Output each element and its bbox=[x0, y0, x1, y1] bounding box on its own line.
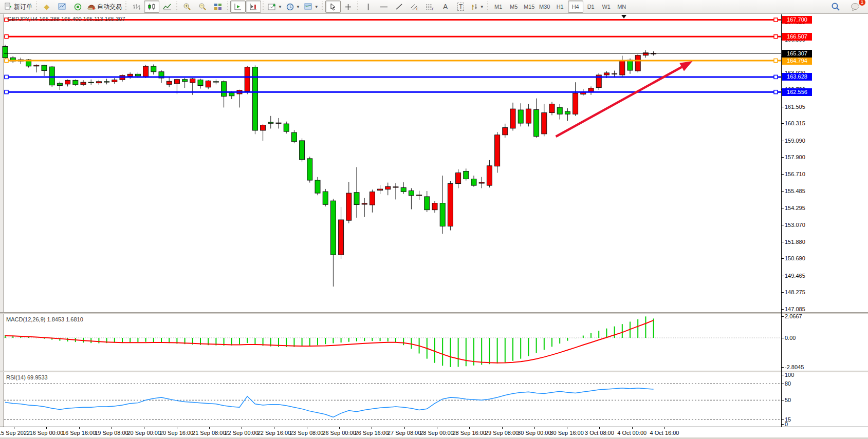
hline-button[interactable] bbox=[376, 1, 392, 13]
arrows-button[interactable]: ▼ bbox=[469, 1, 486, 13]
tf-w1-button[interactable]: W1 bbox=[599, 1, 614, 13]
tile-windows-button[interactable] bbox=[210, 1, 226, 13]
price-tick-label[interactable]: 157.900 bbox=[785, 154, 805, 160]
candle-body bbox=[143, 66, 149, 77]
tf-h1-button[interactable]: H1 bbox=[552, 1, 568, 13]
tf-mn-button[interactable]: MN bbox=[614, 1, 630, 13]
macd-axis-label[interactable]: -2.8045 bbox=[785, 364, 804, 370]
price-tick-label[interactable]: 161.505 bbox=[785, 104, 805, 110]
signals-button[interactable] bbox=[70, 1, 85, 13]
tf-m30-button[interactable]: M30 bbox=[537, 1, 552, 13]
line-chart-button[interactable] bbox=[159, 1, 175, 13]
time-tick-mark bbox=[502, 427, 503, 429]
line-handle[interactable] bbox=[5, 59, 8, 63]
line-handle[interactable] bbox=[774, 90, 778, 94]
price-tick-label[interactable]: 160.315 bbox=[785, 120, 805, 126]
text-button[interactable]: A bbox=[438, 1, 453, 13]
indicators-button[interactable]: ▼ bbox=[266, 1, 284, 13]
time-tick-label[interactable]: 20 Sep 00:00 bbox=[127, 430, 160, 436]
time-tick-label[interactable]: 20 Sep 16:00 bbox=[160, 430, 193, 436]
price-tick-label[interactable]: 159.090 bbox=[785, 138, 805, 144]
time-tick-label[interactable]: 30 Sep 00:00 bbox=[518, 430, 551, 436]
autotrade-button[interactable]: 自动交易 bbox=[85, 1, 124, 13]
time-tick-label[interactable]: 4 Oct 00:00 bbox=[617, 430, 647, 436]
cursor-button[interactable] bbox=[325, 1, 341, 13]
template-icon bbox=[304, 3, 312, 10]
chart-shift-marker-icon[interactable] bbox=[621, 15, 626, 18]
candlestick-button[interactable] bbox=[144, 1, 159, 13]
quotes-button[interactable]: ◆ bbox=[39, 1, 54, 13]
chevron-down-icon[interactable]: ▼ bbox=[480, 5, 484, 9]
chevron-down-icon[interactable]: ▼ bbox=[278, 5, 282, 9]
rsi-axis-label[interactable]: 100 bbox=[785, 372, 794, 378]
time-tick-label[interactable]: 16 Sep 16:00 bbox=[62, 430, 96, 436]
time-tick-label[interactable]: 28 Sep 16:00 bbox=[452, 430, 486, 436]
vline-button[interactable] bbox=[361, 1, 376, 13]
macd-axis-label[interactable]: 0.00 bbox=[785, 335, 796, 341]
chart-shift-button[interactable] bbox=[246, 1, 261, 13]
price-tick-label[interactable]: 156.710 bbox=[785, 171, 805, 177]
price-tick-label[interactable]: 151.880 bbox=[785, 239, 805, 245]
chevron-down-icon[interactable]: ▼ bbox=[315, 5, 319, 9]
crosshair-button[interactable] bbox=[341, 1, 356, 13]
time-tick-label[interactable]: 23 Sep 08:00 bbox=[290, 430, 323, 436]
candle-body bbox=[245, 67, 250, 91]
time-tick-label[interactable]: 3 Oct 08:00 bbox=[585, 430, 614, 436]
zoom-in-button[interactable] bbox=[179, 1, 195, 13]
line-handle[interactable] bbox=[5, 75, 8, 79]
time-tick-label[interactable]: 28 Sep 00:00 bbox=[420, 430, 453, 436]
time-tick-label[interactable]: 16 Sep 00:00 bbox=[30, 430, 63, 436]
time-tick-label[interactable]: 27 Sep 08:00 bbox=[387, 430, 421, 436]
time-tick-label[interactable]: 15 Sep 2022 bbox=[0, 430, 30, 436]
macd-axis-label[interactable]: 2.0667 bbox=[785, 313, 802, 319]
chevron-down-icon[interactable]: ▼ bbox=[296, 5, 300, 9]
new-order-button[interactable]: 新订单 bbox=[2, 1, 34, 13]
rsi-axis-label[interactable]: 0 bbox=[785, 421, 788, 427]
time-tick-label[interactable]: 29 Sep 08:00 bbox=[485, 430, 519, 436]
line-handle[interactable] bbox=[5, 90, 8, 94]
price-tick-label[interactable]: 150.690 bbox=[785, 255, 805, 261]
line-handle[interactable] bbox=[774, 35, 778, 39]
price-tick-label[interactable]: 155.485 bbox=[785, 188, 805, 194]
price-tick-label[interactable]: 154.295 bbox=[785, 205, 805, 211]
time-tick-label[interactable]: 4 Oct 16:00 bbox=[650, 430, 679, 436]
price-tick-label[interactable]: 147.085 bbox=[785, 306, 805, 312]
chat-button[interactable]: 1 bbox=[847, 1, 863, 13]
templates-button[interactable]: ▼ bbox=[302, 1, 321, 13]
time-tick-label[interactable]: 22 Sep 16:00 bbox=[257, 430, 291, 436]
candle-body bbox=[557, 107, 562, 114]
rsi-axis-label[interactable]: 80 bbox=[785, 380, 791, 387]
rsi-axis-label[interactable]: 50 bbox=[785, 397, 791, 403]
tf-m5-button[interactable]: M5 bbox=[506, 1, 522, 13]
tf-m1-button[interactable]: M1 bbox=[491, 1, 506, 13]
price-tick-label[interactable]: 149.465 bbox=[785, 273, 805, 279]
line-handle[interactable] bbox=[774, 18, 778, 22]
fibonacci-button[interactable]: F bbox=[422, 1, 438, 13]
time-tick-label[interactable]: 19 Sep 08:00 bbox=[95, 430, 128, 436]
channel-button[interactable]: E bbox=[407, 1, 422, 13]
line-handle[interactable] bbox=[5, 35, 8, 39]
trendline-button[interactable] bbox=[392, 1, 407, 13]
price-tick-label[interactable]: 153.070 bbox=[785, 222, 805, 228]
time-tick-label[interactable]: 22 Sep 00:00 bbox=[225, 430, 258, 436]
auto-scroll-button[interactable] bbox=[230, 1, 246, 13]
bar-chart-button[interactable] bbox=[128, 1, 144, 13]
time-tick-label[interactable]: 26 Sep 00:00 bbox=[322, 430, 356, 436]
charts-window-button[interactable] bbox=[54, 1, 70, 13]
tf-h4-button[interactable]: H4 bbox=[568, 1, 583, 13]
tf-m15-button[interactable]: M15 bbox=[522, 1, 537, 13]
candle-body bbox=[635, 55, 640, 71]
rsi-label: RSI(14) 69.9533 bbox=[6, 374, 48, 380]
time-tick-label[interactable]: 30 Sep 16:00 bbox=[550, 430, 583, 436]
periods-button[interactable]: ▼ bbox=[284, 1, 302, 13]
trend-arrow-head[interactable] bbox=[679, 61, 692, 71]
price-tick-label[interactable]: 148.275 bbox=[785, 289, 805, 295]
time-tick-label[interactable]: 21 Sep 08:00 bbox=[192, 430, 226, 436]
search-button[interactable] bbox=[828, 1, 843, 13]
zoom-out-button[interactable] bbox=[195, 1, 210, 13]
line-handle[interactable] bbox=[774, 59, 778, 63]
label-button[interactable]: T bbox=[453, 1, 469, 13]
tf-d1-button[interactable]: D1 bbox=[583, 1, 599, 13]
line-handle[interactable] bbox=[774, 75, 778, 79]
time-tick-label[interactable]: 26 Sep 16:00 bbox=[355, 430, 389, 436]
